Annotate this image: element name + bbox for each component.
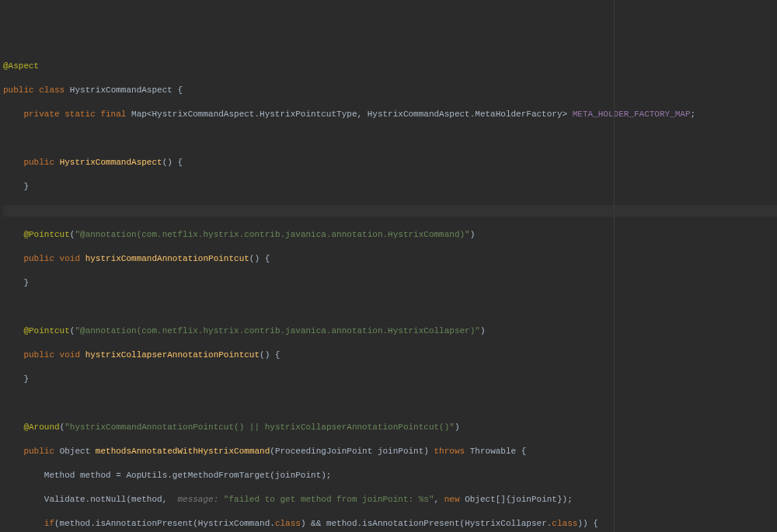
- code-line: [3, 398, 777, 410]
- code-line: [3, 301, 777, 314]
- code-line: }: [3, 374, 777, 386]
- code-line: private static final Map<HystrixCommandA…: [3, 109, 777, 121]
- code-line: public HystrixCommandAspect() {: [3, 157, 777, 169]
- code-line: public Object methodsAnnotatedWithHystri…: [3, 446, 777, 458]
- code-line: @Pointcut("@annotation(com.netflix.hystr…: [3, 229, 777, 242]
- code-line: Method method = AopUtils.getMethodFromTa…: [3, 470, 777, 482]
- code-editor[interactable]: @Aspect public class HystrixCommandAspec…: [3, 48, 777, 532]
- code-line: @Around("hystrixCommandAnnotationPointcu…: [3, 422, 777, 434]
- code-line: [3, 133, 777, 145]
- code-line: }: [3, 277, 777, 290]
- code-line-highlighted: [3, 205, 777, 217]
- code-line: public class HystrixCommandAspect {: [3, 85, 777, 97]
- code-line: @Aspect: [3, 61, 777, 73]
- code-line: public void hystrixCommandAnnotationPoin…: [3, 253, 777, 266]
- code-line: }: [3, 181, 777, 193]
- code-line: Validate.notNull(method, message: "faile…: [3, 494, 777, 506]
- code-line: public void hystrixCollapserAnnotationPo…: [3, 349, 777, 362]
- code-line: if(method.isAnnotationPresent(HystrixCom…: [3, 518, 777, 530]
- code-line: @Pointcut("@annotation(com.netflix.hystr…: [3, 325, 777, 338]
